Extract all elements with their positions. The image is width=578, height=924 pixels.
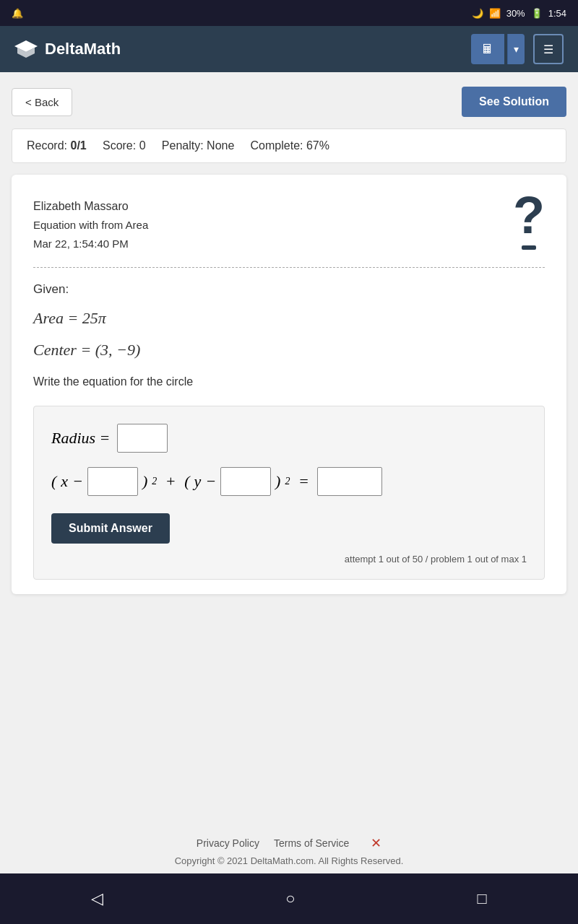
back-button[interactable]: < Back — [12, 88, 72, 116]
close-paren-y: ) — [275, 472, 280, 491]
graduation-icon — [14, 38, 38, 61]
x-var: x — [61, 472, 68, 491]
recent-nav-button[interactable]: □ — [456, 882, 509, 915]
r-squared-input[interactable] — [317, 467, 382, 496]
moon-icon: 🌙 — [472, 8, 483, 19]
y-var: y — [194, 472, 201, 491]
copyright: Copyright © 2021 DeltaMath.com. All Righ… — [0, 855, 578, 866]
radius-input[interactable] — [117, 424, 168, 453]
battery-icon: 🔋 — [531, 8, 543, 19]
clock: 1:54 — [548, 8, 566, 19]
terms-link[interactable]: Terms of Service — [274, 837, 349, 849]
problem-meta: Elizabeth Massaro Equation with from Are… — [33, 196, 148, 253]
complete-label: Complete: — [251, 139, 303, 152]
problem-card: Elizabeth Massaro Equation with from Are… — [12, 175, 566, 594]
y-superscript: 2 — [285, 476, 290, 487]
equals-sign: = — [294, 472, 313, 491]
battery-percent: 30% — [506, 8, 525, 19]
brand-name: DeltaMath — [45, 40, 121, 58]
record-bar: Record: 0/1 Score: 0 Penalty: None Compl… — [12, 128, 566, 163]
write-instruction: Write the equation for the circle — [33, 375, 545, 388]
action-bar: < Back See Solution — [12, 87, 566, 117]
timestamp: Mar 22, 1:54:40 PM — [33, 235, 148, 253]
status-bar: 🔔 🌙 📶 30% 🔋 1:54 — [0, 0, 578, 26]
given-section: Given: Area = 25π Center = (3, −9) — [33, 282, 545, 364]
plus-sign: + — [161, 472, 180, 491]
close-paren-x: ) — [142, 472, 147, 491]
privacy-link[interactable]: Privacy Policy — [197, 837, 259, 849]
footer-links: Privacy Policy Terms of Service ✕ — [0, 835, 578, 851]
close-footer-button[interactable]: ✕ — [371, 835, 381, 851]
x-input[interactable] — [87, 467, 138, 496]
question-mark-dot — [522, 245, 536, 250]
calculator-dropdown[interactable]: ▾ — [507, 34, 525, 64]
radius-label: Radius = — [51, 429, 110, 448]
open-paren-y: ( — [184, 472, 189, 491]
problem-title: Equation with from Area — [33, 216, 148, 235]
equation-row: ( x − ) 2 + ( y − ) 2 = — [51, 467, 527, 496]
wifi-icon: 📶 — [489, 8, 501, 19]
question-mark-container: ? — [513, 196, 545, 250]
y-input[interactable] — [220, 467, 271, 496]
x-superscript: 2 — [152, 476, 157, 487]
problem-header: Elizabeth Massaro Equation with from Are… — [33, 196, 545, 253]
notification-icon: 🔔 — [12, 8, 23, 19]
calculator-button[interactable]: 🖩 — [471, 34, 504, 64]
navbar: DeltaMath 🖩 ▾ ☰ — [0, 26, 578, 72]
radius-row: Radius = — [51, 424, 527, 453]
submit-answer-button[interactable]: Submit Answer — [51, 513, 170, 544]
given-label: Given: — [33, 282, 545, 297]
bottom-nav: ◁ ○ □ — [0, 873, 578, 924]
back-nav-button[interactable]: ◁ — [69, 882, 125, 915]
minus-y: − — [205, 472, 216, 491]
student-name: Elizabeth Massaro — [33, 196, 148, 216]
record-label: Record: — [27, 139, 67, 152]
complete-value: 67% — [306, 139, 329, 152]
minus-x: − — [72, 472, 83, 491]
center-equation: Center = (3, −9) — [33, 336, 545, 365]
navbar-actions: 🖩 ▾ ☰ — [471, 34, 564, 64]
answer-form: Radius = ( x − ) 2 + ( y − ) 2 = — [33, 406, 545, 580]
area-equation: Area = 25π — [33, 304, 545, 333]
see-solution-button[interactable]: See Solution — [462, 87, 566, 117]
open-paren-x: ( — [51, 472, 56, 491]
home-nav-button[interactable]: ○ — [264, 882, 316, 915]
record-value: 0/1 — [70, 139, 86, 152]
question-mark: ? — [513, 189, 545, 241]
attempt-info: attempt 1 out of 50 / problem 1 out of m… — [51, 554, 527, 565]
divider — [33, 267, 545, 268]
penalty-label: Penalty: — [162, 139, 204, 152]
brand: DeltaMath — [14, 38, 121, 61]
score-label: Score: — [103, 139, 136, 152]
main-content: < Back See Solution Record: 0/1 Score: 0… — [0, 72, 578, 821]
score-value: 0 — [139, 139, 146, 152]
menu-button[interactable]: ☰ — [533, 34, 564, 64]
penalty-value: None — [207, 139, 234, 152]
footer: Privacy Policy Terms of Service ✕ Copyri… — [0, 821, 578, 873]
